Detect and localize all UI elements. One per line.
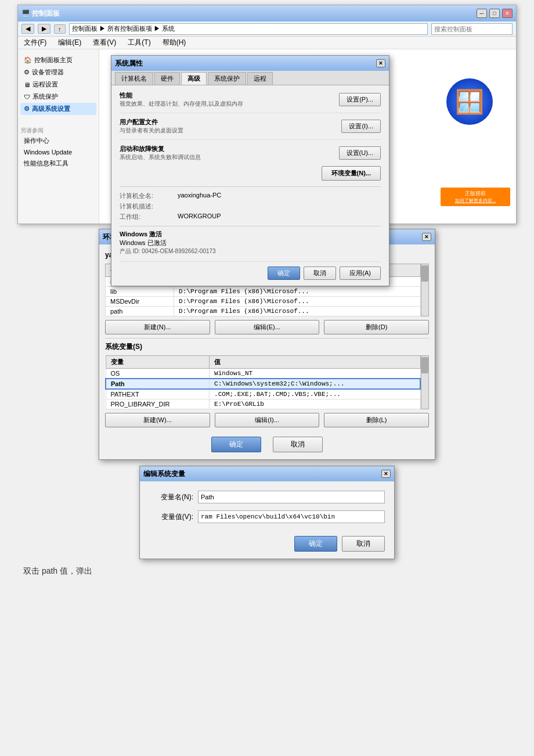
ok-btn[interactable]: 确定 <box>268 267 300 280</box>
minimize-btn[interactable]: ─ <box>477 9 487 18</box>
user-delete-btn[interactable]: 删除(D) <box>324 320 429 334</box>
windows-activation: Windows 激活 Windows 已激活 产品 ID: 00426-OEM-… <box>120 226 381 255</box>
sys-props-body: 性能 视觉效果、处理器计划、内存使用,以及虚拟内存 设置(P)... 用户配置文… <box>111 85 389 286</box>
edit-ok-btn[interactable]: 确定 <box>294 536 337 552</box>
var-name-input[interactable] <box>198 491 385 503</box>
up-btn[interactable]: ↑ <box>54 24 66 34</box>
sys-props-close[interactable]: ✕ <box>376 59 385 67</box>
activation-notice: 正版授权 如何了解更多内容... <box>441 188 510 206</box>
computer-info: 计算机全名: yaoxinghua-PC 计算机描述: 工作组: WORKGRO… <box>120 186 381 221</box>
sidebar: 🏠 控制面板主页 ⚙ 设备管理器 🖥 远程设置 🛡 系统保护 ⚙ 高级系统设置 … <box>18 49 99 224</box>
system-new-btn[interactable]: 新建(W)... <box>105 413 210 427</box>
edit-cancel-btn[interactable]: 取消 <box>342 536 385 552</box>
edit-dialog: 编辑系统变量 ✕ 变量名(N): 变量值(V): 确定 取消 <box>139 466 395 559</box>
remote-icon: 🖥 <box>24 81 30 88</box>
edit-title-bar: 编辑系统变量 ✕ <box>140 466 394 481</box>
system-vars-table: 变量 值 OS Windows_NT Path C:\Windows\syste… <box>105 355 421 409</box>
apply-btn[interactable]: 应用(A) <box>340 267 381 280</box>
menu-edit[interactable]: 编辑(E) <box>56 37 84 49</box>
user-scroll[interactable] <box>421 264 429 316</box>
system-delete-btn[interactable]: 删除(L) <box>324 413 429 427</box>
user-profiles-btn[interactable]: 设置(I)... <box>341 120 381 133</box>
sidebar-item-remote[interactable]: 🖥 远程设置 <box>20 78 96 91</box>
close-btn[interactable]: ✕ <box>502 9 513 18</box>
system-edit-btn[interactable]: 编辑(I)... <box>215 413 320 427</box>
user-var-row-path[interactable]: path D:\Program Files (x86)\Microsof... <box>106 307 421 316</box>
windows-section-label: Windows 激活 <box>120 230 381 239</box>
env-ok-btn[interactable]: 确定 <box>211 437 261 452</box>
sidebar-item-device-manager[interactable]: ⚙ 设备管理器 <box>20 66 96 78</box>
user-btns-row: 新建(N)... 编辑(E)... 删除(D) <box>105 320 429 334</box>
system-var-row-os[interactable]: OS Windows_NT <box>106 369 420 379</box>
sidebar-item-action-center[interactable]: 操作中心 <box>20 135 96 147</box>
env-cancel-btn[interactable]: 取消 <box>273 437 323 452</box>
env-variables-btn[interactable]: 环境变量(N)... <box>322 166 381 181</box>
env-close-btn[interactable]: ✕ <box>422 233 431 241</box>
user-profiles-section: 用户配置文件 与登录者有关的桌面设置 设置(I)... <box>120 113 381 135</box>
tab-computer-name[interactable]: 计算机名 <box>115 72 153 85</box>
user-edit-btn[interactable]: 编辑(E)... <box>215 320 320 334</box>
system-vars-header: 变量 值 <box>106 356 420 369</box>
sys-props-tabs: 计算机名 硬件 高级 系统保护 远程 <box>111 71 389 85</box>
env-bottom-btns: 确定 取消 <box>99 431 435 459</box>
full-name-value: yaoxinghua-PC <box>178 192 221 200</box>
menu-bar: 文件(F) 编辑(E) 查看(V) 工具(T) 帮助(H) <box>18 37 516 49</box>
user-var-row-lib[interactable]: lib D:\Program Files (x86)\Microsof... <box>106 287 421 297</box>
menu-tools[interactable]: 工具(T) <box>125 37 153 49</box>
explorer-title-bar: 🖥️ 控制面板 ─ □ ✕ <box>18 5 516 21</box>
sys-props-btns: 确定 取消 应用(A) <box>120 261 381 280</box>
system-btns-row: 新建(W)... 编辑(I)... 删除(L) <box>105 413 429 427</box>
menu-view[interactable]: 查看(V) <box>91 37 118 49</box>
perf-settings-btn[interactable]: 设置(P)... <box>339 93 381 106</box>
startup-section: 启动和故障恢复 系统启动、系统失败和调试信息 设置(U)... <box>120 139 381 161</box>
windows-edition: Windows 已激活 <box>120 239 381 247</box>
edit-body: 变量名(N): 变量值(V): <box>140 481 394 536</box>
tab-system-protect[interactable]: 系统保护 <box>208 72 246 85</box>
user-var-row-msdevdir[interactable]: MSDevDir D:\Program Files (x86)\Microsof… <box>106 297 421 307</box>
tab-remote[interactable]: 远程 <box>247 72 273 85</box>
system-section-title: 系统变量(S) <box>105 342 429 352</box>
menu-help[interactable]: 帮助(H) <box>160 37 189 49</box>
sidebar-item-perf-tools[interactable]: 性能信息和工具 <box>20 157 96 170</box>
back-btn[interactable]: ◀ <box>21 24 34 34</box>
search-input[interactable] <box>431 23 513 35</box>
sidebar-item-advanced[interactable]: ⚙ 高级系统设置 <box>20 103 96 115</box>
system-var-row-path[interactable]: Path C:\Windows\system32;C:\Windows;... <box>106 379 420 389</box>
sidebar-item-windows-update[interactable]: Windows Update <box>20 147 96 157</box>
address-bar: ◀ ▶ ↑ 控制面板 ▶ 所有控制面板项 ▶ 系统 <box>18 21 516 37</box>
system-var-row-pathext[interactable]: PATHEXT .COM;.EXE;.BAT;.CMD;.VBS;.VBE;..… <box>106 389 420 399</box>
shield-icon: 🛡 <box>24 93 30 100</box>
user-profiles-title: 用户配置文件 <box>120 118 183 127</box>
address-field[interactable]: 控制面板 ▶ 所有控制面板项 ▶ 系统 <box>69 23 428 35</box>
sidebar-section-label: 另请参阅 <box>20 127 96 135</box>
menu-file[interactable]: 文件(F) <box>21 37 49 49</box>
sys-props-dialog: 系统属性 ✕ 计算机名 硬件 高级 系统保护 远程 性能 <box>111 55 389 286</box>
perf-title: 性能 <box>120 91 243 100</box>
main-content: 系统属性 ✕ 计算机名 硬件 高级 系统保护 远程 性能 <box>99 49 516 224</box>
explorer-title: 🖥️ 控制面板 <box>21 9 60 19</box>
explorer-body: 🏠 控制面板主页 ⚙ 设备管理器 🖥 远程设置 🛡 系统保护 ⚙ 高级系统设置 … <box>18 49 516 224</box>
env-btn-row: 环境变量(N)... <box>120 166 381 181</box>
system-var-row-pro-library[interactable]: PRO_LIBRARY_DIR E:\ProE\GRLib <box>106 399 420 409</box>
var-value-input[interactable] <box>198 510 385 523</box>
tab-advanced[interactable]: 高级 <box>181 72 207 85</box>
startup-btn[interactable]: 设置(U)... <box>339 146 381 160</box>
startup-text: 系统启动、系统失败和调试信息 <box>120 153 201 161</box>
system-vars-section: 系统变量(S) 变量 值 OS Windows_NT Path C:\Windo… <box>105 342 429 427</box>
startup-title: 启动和故障恢复 <box>120 145 201 153</box>
user-new-btn[interactable]: 新建(N)... <box>105 320 210 334</box>
var-name-label: 变量名(N): <box>149 492 193 502</box>
advanced-icon: ⚙ <box>24 105 30 113</box>
edit-close-btn[interactable]: ✕ <box>381 470 391 478</box>
maximize-btn[interactable]: □ <box>489 9 500 18</box>
forward-btn[interactable]: ▶ <box>38 24 50 34</box>
tab-hardware[interactable]: 硬件 <box>154 72 180 85</box>
system-scroll[interactable] <box>421 355 429 409</box>
sys-props-title-bar: 系统属性 ✕ <box>111 56 389 71</box>
sidebar-item-home[interactable]: 🏠 控制面板主页 <box>20 54 96 66</box>
perf-section: 性能 视觉效果、处理器计划、内存使用,以及虚拟内存 设置(P)... <box>120 91 381 108</box>
bottom-caption: 双击 path 值，弹出 <box>0 559 534 584</box>
sidebar-item-system-protect[interactable]: 🛡 系统保护 <box>20 91 96 103</box>
sys-props-title: 系统属性 <box>115 59 143 69</box>
cancel-btn[interactable]: 取消 <box>304 267 336 280</box>
